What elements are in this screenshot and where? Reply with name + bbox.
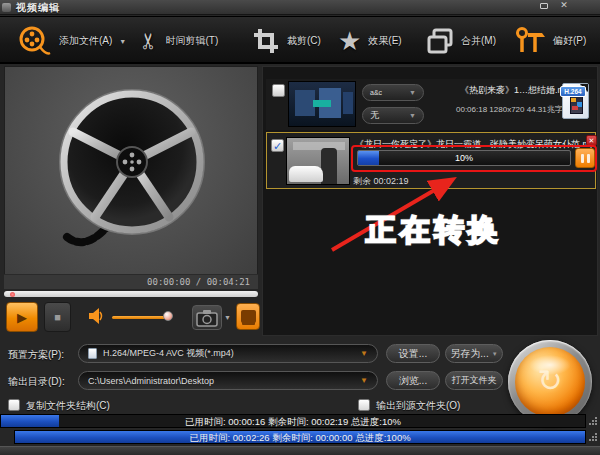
toolbar-label: 偏好(P) (553, 34, 586, 48)
convert-button-face: ↻ (515, 347, 585, 417)
merge-icon (426, 27, 454, 55)
resize-grip-icon (589, 417, 598, 426)
current-task-progress-text: 已用时间: 00:00:16 剩余时间: 00:02:19 总进度:10% (1, 415, 585, 427)
stop-button[interactable]: ■ (44, 302, 71, 332)
remove-item-button[interactable]: ✕ (586, 135, 597, 146)
volume-slider[interactable] (112, 316, 170, 319)
toolbar-label: 添加文件(A) (59, 34, 112, 48)
remaining-time: 剩余 00:02:19 (353, 175, 409, 188)
item2-checkbox[interactable]: ✓ (271, 139, 284, 152)
window-bottom-edge (0, 446, 600, 455)
copy-structure-checkbox[interactable] (8, 399, 20, 411)
chevron-down-icon: ▼ (360, 349, 368, 358)
output-dir-label: 输出目录(D): (8, 375, 65, 389)
gloss-highlight (529, 355, 571, 375)
pause-button[interactable] (575, 148, 595, 168)
item1-thumbnail (288, 81, 356, 127)
resize-grip-icon (589, 433, 598, 442)
chevron-down-icon: ▼ (492, 351, 498, 357)
chevron-down-icon: ▼ (409, 89, 416, 96)
toolbar-crop[interactable]: 裁剪(C) (252, 17, 321, 65)
item2-progress-bar: 10% (357, 150, 571, 166)
restore-button[interactable] (536, 0, 552, 11)
transport-controls: ▶ ■ ▼ (0, 300, 262, 336)
snapshot-menu-arrow[interactable]: ▼ (224, 314, 231, 321)
scissors-icon: ✂ (136, 32, 162, 50)
toolbar-time-cut[interactable]: ✂ 时间剪辑(T) (140, 17, 218, 65)
current-task-progress-bar: 已用时间: 00:00:16 剩余时间: 00:02:19 总进度:10% (0, 414, 586, 428)
browse-button[interactable]: 浏览... (386, 371, 440, 390)
settings-button[interactable]: 设置... (386, 344, 440, 363)
list-item[interactable]: a&c ▼ 无 ▼ 《热剧来袭》1…想结婚.mp4 00:06:18 1280x… (266, 79, 596, 130)
window-title: 视频编辑 (16, 1, 60, 15)
titlebar[interactable]: 视频编辑 ✕ (0, 0, 600, 15)
speaker-icon[interactable] (86, 306, 106, 326)
restore-icon (540, 3, 548, 9)
play-button[interactable]: ▶ (6, 302, 38, 332)
output-dir-value: C:\Users\Administrator\Desktop (88, 376, 354, 386)
camera-icon (193, 306, 221, 329)
crop-icon (252, 27, 280, 55)
open-folder-button[interactable]: 打开文件夹 (445, 371, 503, 390)
toolbar-effects[interactable]: ★ 效果(E) (338, 17, 402, 65)
toolbar-preferences[interactable]: 偏好(P) (514, 17, 586, 65)
item1-checkbox[interactable] (272, 84, 285, 97)
app-icon (2, 3, 11, 12)
item2-thumbnail (286, 137, 350, 185)
toolbar-label: 时间剪辑(T) (165, 34, 218, 48)
save-as-button[interactable]: 另存为... ▼ (445, 344, 503, 363)
output-to-source-checkbox[interactable] (358, 399, 370, 411)
playback-time: 00:00:00 / 00:04:21 (147, 277, 250, 287)
audio-track-value: a&c (370, 89, 382, 96)
chevron-down-icon: ▼ (119, 38, 126, 45)
list-item-selected[interactable]: ✓ 《龙日一你死定了》龙日一霸道…张静美妙变呆萌女仆范.mp4 ✕ 10% 剩余… (266, 132, 596, 189)
snapshot-button[interactable] (192, 305, 222, 330)
chevron-down-icon: ▼ (409, 112, 416, 119)
star-icon: ★ (338, 26, 361, 57)
preset-dropdown[interactable]: H.264/MPEG-4 AVC 视频(*.mp4) ▼ (78, 344, 378, 363)
film-reel-graphic (37, 77, 227, 267)
copy-structure-label: 复制文件夹结构(C) (26, 399, 110, 413)
chevron-down-icon: ▼ (360, 376, 368, 385)
seek-bar[interactable] (4, 291, 258, 297)
audio-track-dropdown[interactable]: a&c ▼ (362, 84, 424, 101)
app-window: 视频编辑 ✕ 添加文件(A) ▼ ✂ 时间剪辑(T) 裁剪(C) (0, 0, 600, 455)
film-reel-icon (16, 25, 52, 57)
progress-percent-label: 10% (358, 151, 570, 165)
subtitle-value: 无 (370, 109, 379, 122)
save-as-label: 另存为... (450, 347, 488, 361)
pause-icon (581, 154, 584, 163)
document-icon (88, 348, 97, 359)
close-button[interactable]: ✕ (556, 0, 572, 11)
format-badge: H.264 (560, 86, 586, 97)
output-dir-dropdown[interactable]: C:\Users\Administrator\Desktop ▼ (78, 371, 378, 390)
playback-time-strip: 00:00:00 / 00:04:21 (4, 274, 258, 289)
toolbar-merge[interactable]: 合并(M) (426, 17, 496, 65)
h264-file-icon: H.264 (562, 83, 589, 119)
subtitle-dropdown[interactable]: 无 ▼ (362, 107, 424, 124)
toolbar-label: 效果(E) (368, 34, 401, 48)
total-progress-bar: 已用时间: 00:02:26 剩余时间: 00:00:00 总进度:100% (14, 430, 586, 444)
toolbar: 添加文件(A) ▼ ✂ 时间剪辑(T) 裁剪(C) ★ 效果(E) 合并(M) (0, 16, 600, 64)
toolbar-add-files[interactable]: 添加文件(A) ▼ (16, 17, 126, 65)
toolbar-label: 合并(M) (461, 34, 496, 48)
check-icon: ✓ (273, 140, 282, 152)
preset-label: 预置方案(P): (8, 348, 64, 362)
volume-handle[interactable] (163, 311, 173, 321)
seek-handle[interactable] (10, 292, 15, 297)
video-preview-panel (4, 66, 258, 276)
media-library-button[interactable] (236, 303, 260, 330)
toolbar-label: 裁剪(C) (287, 34, 321, 48)
film-icon (241, 310, 256, 323)
preset-value: H.264/MPEG-4 AVC 视频(*.mp4) (103, 347, 354, 360)
tools-icon (514, 26, 546, 56)
output-to-source-label: 输出到源文件夹(O) (376, 399, 460, 413)
total-progress-text: 已用时间: 00:02:26 剩余时间: 00:00:00 总进度:100% (15, 431, 585, 443)
convert-button[interactable]: ↻ (508, 340, 592, 424)
